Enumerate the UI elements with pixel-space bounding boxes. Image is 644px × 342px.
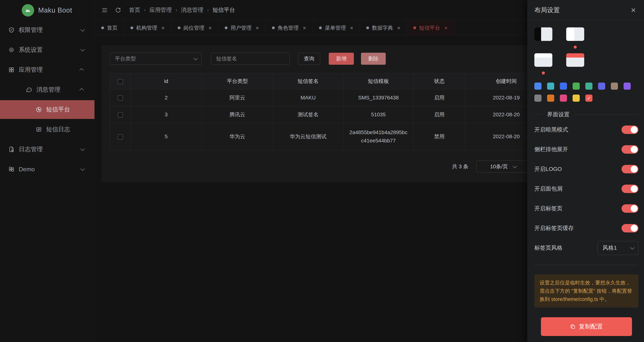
sidebar-item-demo[interactable]: Demo bbox=[0, 160, 94, 179]
copy-config-button[interactable]: 复制配置 bbox=[541, 317, 632, 336]
primary-topbar-strip bbox=[566, 53, 584, 58]
selected-dot bbox=[574, 46, 577, 49]
theme-color-swatch[interactable] bbox=[560, 83, 567, 90]
tab-label: 机构管理 bbox=[136, 24, 157, 32]
chevron-down-icon bbox=[630, 245, 635, 249]
delete-button[interactable]: 删除 bbox=[361, 53, 386, 65]
layout-option-light-topbar[interactable] bbox=[534, 53, 552, 67]
row-checkbox[interactable] bbox=[118, 134, 123, 140]
breadcrumb-item[interactable]: 首页 bbox=[129, 6, 140, 14]
pagination: 共 3 条 10条/页 bbox=[110, 161, 530, 173]
layout-option-dark-sidebar[interactable] bbox=[534, 27, 552, 41]
theme-color-swatch[interactable] bbox=[598, 83, 605, 90]
col-header-template: 短信模板 bbox=[343, 73, 414, 89]
tab-style-select[interactable]: 风格1 bbox=[598, 241, 638, 255]
breadcrumb-item[interactable]: 应用管理 bbox=[150, 6, 172, 14]
sidebar-item-applications[interactable]: 应用管理 bbox=[0, 60, 94, 79]
theme-color-swatch[interactable] bbox=[611, 83, 618, 90]
sidebar-accordion-toggle[interactable] bbox=[622, 145, 638, 154]
refresh-icon[interactable] bbox=[114, 6, 122, 14]
theme-color-swatch[interactable] bbox=[534, 95, 542, 102]
theme-color-swatch[interactable] bbox=[572, 83, 580, 90]
setting-tabs-cache: 开启标签页缓存 bbox=[534, 218, 638, 238]
tab-role[interactable]: 角色管理 × bbox=[266, 20, 313, 36]
tab-close-icon[interactable]: × bbox=[161, 25, 165, 31]
collapse-sidebar-icon[interactable] bbox=[100, 6, 109, 14]
theme-color-swatch[interactable] bbox=[624, 83, 631, 90]
cell-sign: MAKU bbox=[273, 89, 343, 106]
tab-post[interactable]: 岗位管理 × bbox=[171, 20, 218, 36]
sms-sign-input[interactable]: 短信签名 bbox=[211, 53, 290, 65]
tabs-cache-toggle[interactable] bbox=[622, 224, 638, 232]
tab-label: 用户管理 bbox=[230, 24, 252, 32]
sidebar-item-permissions[interactable]: 权限管理 bbox=[0, 21, 94, 39]
select-all-checkbox[interactable] bbox=[118, 79, 123, 84]
theme-color-swatch[interactable] bbox=[572, 95, 580, 102]
tab-close-icon[interactable]: × bbox=[256, 25, 259, 31]
drawer-body: ✓ 界面设置 开启暗黑模式 侧栏排他展开 开启LOGO bbox=[527, 20, 644, 342]
check-icon: ✓ bbox=[587, 95, 591, 101]
sidebar-item-system[interactable]: 系统设置 bbox=[0, 41, 94, 59]
sidebar-item-sms-log[interactable]: 短信日志 bbox=[0, 120, 94, 139]
cell-template: SMS_133976438 bbox=[343, 89, 414, 106]
tab-user[interactable]: 用户管理 × bbox=[218, 20, 266, 36]
dark-mode-toggle[interactable] bbox=[622, 126, 638, 134]
chevron-down-icon bbox=[80, 147, 85, 151]
theme-color-swatch[interactable] bbox=[585, 83, 592, 90]
search-button[interactable]: 查询 bbox=[298, 53, 320, 65]
table-row[interactable]: 5 华为云 华为云短信测试 2a4855be941b4a2895bcc41ee5… bbox=[110, 123, 548, 150]
layout-option-light-sidebar[interactable] bbox=[566, 27, 584, 41]
col-header-id: id bbox=[131, 73, 202, 89]
grid-icon bbox=[8, 166, 14, 172]
tab-dot bbox=[130, 27, 133, 29]
tab-sms-platform[interactable]: 短信平台 × bbox=[407, 20, 454, 36]
tabs-toggle[interactable] bbox=[622, 204, 638, 213]
page-size-select[interactable]: 10条/页 bbox=[476, 161, 530, 173]
theme-color-swatch-selected[interactable]: ✓ bbox=[585, 95, 592, 102]
theme-color-swatch[interactable] bbox=[534, 83, 542, 90]
setting-label: 开启标签页 bbox=[534, 205, 562, 212]
table-row[interactable]: 2 阿里云 MAKU SMS_133976438 启用 2022-08-19 bbox=[110, 89, 548, 106]
chevron-up-icon bbox=[80, 68, 84, 73]
cell-status: 启用 bbox=[414, 89, 465, 106]
selection-dot-slot bbox=[534, 41, 552, 53]
theme-color-swatch[interactable] bbox=[547, 95, 554, 102]
row-checkbox[interactable] bbox=[118, 95, 123, 101]
tab-label: 角色管理 bbox=[278, 24, 299, 32]
tab-close-icon[interactable]: × bbox=[397, 25, 400, 31]
tab-close-icon[interactable]: × bbox=[303, 25, 306, 31]
sidebar-item-messages[interactable]: 消息管理 bbox=[0, 80, 94, 99]
add-button[interactable]: 新增 bbox=[329, 53, 354, 65]
toggle-knob bbox=[631, 225, 638, 232]
breadcrumb-item[interactable]: 短信平台 bbox=[212, 6, 235, 14]
tab-close-icon[interactable]: × bbox=[208, 25, 212, 31]
tab-home[interactable]: 首页 bbox=[95, 20, 124, 36]
selected-dot bbox=[542, 72, 545, 75]
theme-color-swatch[interactable] bbox=[547, 83, 554, 90]
close-icon[interactable]: × bbox=[631, 6, 636, 14]
platform-type-select[interactable]: 平台类型 bbox=[110, 53, 202, 65]
sidebar-item-logs[interactable]: 日志管理 bbox=[0, 140, 94, 159]
theme-color-swatch[interactable] bbox=[560, 95, 567, 102]
tab-org[interactable]: 机构管理 × bbox=[124, 20, 171, 36]
tab-close-icon[interactable]: × bbox=[444, 25, 448, 31]
sidebar-item-sms-platform[interactable]: 短信平台 bbox=[0, 100, 94, 119]
chevron-down-icon bbox=[80, 167, 85, 171]
table-header-row: id 平台类型 短信签名 短信模板 状态 创建时间 bbox=[110, 73, 548, 89]
table-row[interactable]: 3 腾讯云 测试签名 51035 启用 2022-08-20 bbox=[110, 106, 548, 123]
drawer-title: 布局设置 bbox=[534, 6, 560, 15]
tab-dict[interactable]: 数据字典 × bbox=[360, 20, 407, 36]
logo-toggle[interactable] bbox=[622, 165, 638, 173]
setting-label: 开启面包屑 bbox=[534, 185, 562, 193]
breadcrumb-item[interactable]: 消息管理 bbox=[181, 6, 203, 14]
layout-option-primary-topbar[interactable] bbox=[566, 53, 584, 67]
tab-close-icon[interactable]: × bbox=[350, 25, 353, 31]
pagination-total: 共 3 条 bbox=[452, 163, 468, 170]
cell-status: 启用 bbox=[414, 106, 465, 123]
tab-menu[interactable]: 菜单管理 × bbox=[313, 20, 360, 36]
row-checkbox[interactable] bbox=[118, 112, 123, 117]
breadcrumb-toggle[interactable] bbox=[622, 185, 638, 193]
toggle-knob bbox=[631, 205, 638, 212]
app-title: Maku Boot bbox=[38, 6, 72, 14]
sidebar-item-label: 短信平台 bbox=[46, 105, 70, 114]
